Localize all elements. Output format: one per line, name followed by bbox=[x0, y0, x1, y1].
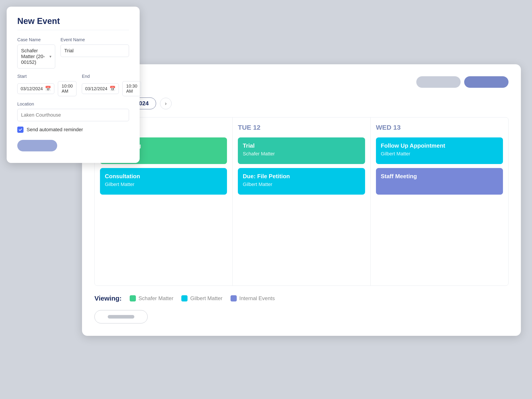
case-name-select[interactable]: Schafer Matter (20-00152) ▾ bbox=[17, 44, 55, 69]
legend-dot-gilbert bbox=[181, 295, 188, 301]
calendar-day-wed13: WED 13 Follow Up Appointment Gilbert Mat… bbox=[371, 117, 508, 285]
event-sub: Schafer Matter bbox=[243, 151, 360, 157]
event-file-petition-tue[interactable]: Due: File Petition Gilbert Matter bbox=[238, 168, 365, 195]
end-time-value: 10:30 AM bbox=[126, 83, 137, 94]
start-time-input[interactable]: 10:00 AM bbox=[58, 81, 76, 96]
event-name-group: Event Name bbox=[61, 37, 129, 69]
case-name-value: Schafer Matter (20-00152) bbox=[21, 48, 50, 65]
end-group: End 03/12/2024 📅 10:30 AM bbox=[82, 74, 141, 96]
legend-schafer: Schafer Matter bbox=[130, 295, 173, 301]
reminder-checkbox[interactable] bbox=[17, 127, 24, 133]
start-group: Start 03/12/2024 📅 10:00 AM bbox=[17, 74, 76, 96]
day-header-wed13: WED 13 bbox=[376, 124, 503, 131]
legend-dot-internal bbox=[231, 295, 237, 301]
start-date-input[interactable]: 03/12/2024 📅 bbox=[17, 83, 54, 94]
new-event-title: New Event bbox=[17, 16, 129, 30]
case-event-row: Case Name Schafer Matter (20-00152) ▾ Ev… bbox=[17, 37, 129, 69]
header-buttons bbox=[416, 76, 508, 88]
bottom-action-button[interactable] bbox=[95, 310, 148, 323]
bottom-btn-decoration bbox=[108, 315, 134, 318]
new-event-form: New Event Case Name Schafer Matter (20-0… bbox=[7, 7, 140, 163]
end-label: End bbox=[82, 74, 141, 79]
calendar-icon: 📅 bbox=[45, 86, 51, 92]
event-consultation-mon[interactable]: Consultation Gilbert Matter bbox=[100, 168, 227, 195]
start-time-value: 10:00 AM bbox=[62, 83, 73, 94]
event-staff-meeting-wed[interactable]: Staff Meeting bbox=[376, 168, 503, 195]
event-title: Staff Meeting bbox=[381, 173, 498, 180]
end-date-time: 03/12/2024 📅 10:30 AM bbox=[82, 81, 141, 96]
calendar-icon-end: 📅 bbox=[109, 86, 115, 92]
end-time-input[interactable]: 10:30 AM bbox=[122, 81, 141, 96]
event-sub: Gilbert Matter bbox=[105, 182, 222, 187]
start-end-row: Start 03/12/2024 📅 10:00 AM End 03/12/20… bbox=[17, 74, 129, 96]
events-calendar-card: Events ‹ March 2024 › MON 11 Staff Meeti… bbox=[82, 64, 521, 336]
header-primary-button[interactable] bbox=[464, 76, 508, 88]
legend-label-schafer: Schafer Matter bbox=[139, 295, 173, 301]
start-date-time: 03/12/2024 📅 10:00 AM bbox=[17, 81, 76, 96]
case-name-group: Case Name Schafer Matter (20-00152) ▾ bbox=[17, 37, 55, 69]
calendar-navigation: ‹ March 2024 › bbox=[95, 98, 508, 109]
legend-dot-schafer bbox=[130, 295, 136, 301]
location-group: Location bbox=[17, 101, 129, 121]
location-label: Location bbox=[17, 101, 129, 107]
location-input[interactable] bbox=[17, 109, 129, 121]
event-title: Due: File Petition bbox=[243, 173, 360, 180]
calendar-day-tue12: TUE 12 Trial Schafer Matter Due: File Pe… bbox=[233, 117, 370, 285]
event-name-label: Event Name bbox=[61, 37, 129, 42]
next-month-button[interactable]: › bbox=[160, 98, 171, 109]
event-title: Trial bbox=[243, 142, 360, 149]
viewing-row: Viewing: Schafer Matter Gilbert Matter I… bbox=[95, 295, 508, 302]
case-name-label: Case Name bbox=[17, 37, 55, 42]
chevron-down-icon: ▾ bbox=[50, 54, 51, 59]
viewing-label: Viewing: bbox=[95, 295, 122, 302]
legend-label-gilbert: Gilbert Matter bbox=[190, 295, 222, 301]
event-title: Follow Up Appointment bbox=[381, 142, 498, 149]
event-sub: Gilbert Matter bbox=[381, 151, 498, 157]
day-header-tue12: TUE 12 bbox=[238, 124, 365, 131]
header-secondary-button[interactable] bbox=[416, 76, 461, 88]
reminder-row: Send automated reminder bbox=[17, 127, 129, 133]
legend-label-internal: Internal Events bbox=[239, 295, 275, 301]
end-date-input[interactable]: 03/12/2024 📅 bbox=[82, 83, 119, 94]
events-header: Events bbox=[95, 75, 508, 89]
event-sub: Gilbert Matter bbox=[243, 182, 360, 187]
event-trial-tue[interactable]: Trial Schafer Matter bbox=[238, 137, 365, 164]
event-title: Consultation bbox=[105, 173, 222, 180]
event-name-input[interactable] bbox=[61, 44, 129, 57]
event-followup-wed[interactable]: Follow Up Appointment Gilbert Matter bbox=[376, 137, 503, 164]
start-date-value: 03/12/2024 bbox=[21, 86, 43, 91]
start-label: Start bbox=[17, 74, 76, 79]
submit-button[interactable] bbox=[17, 140, 57, 151]
calendar-grid: MON 11 Staff Meeting Schafer Matter Cons… bbox=[95, 117, 508, 286]
reminder-label: Send automated reminder bbox=[27, 127, 83, 133]
legend-internal: Internal Events bbox=[231, 295, 275, 301]
legend-gilbert: Gilbert Matter bbox=[181, 295, 222, 301]
end-date-value: 03/12/2024 bbox=[85, 86, 107, 91]
